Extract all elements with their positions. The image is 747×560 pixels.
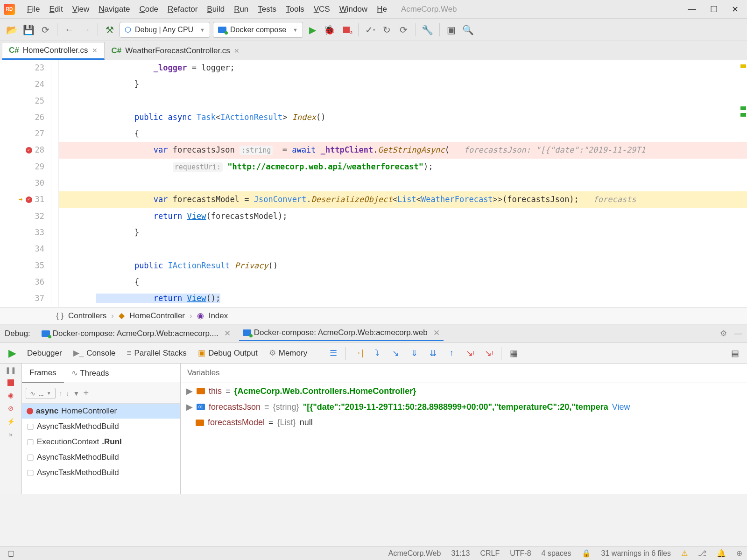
debug-minimize-icon[interactable]: — [734, 329, 742, 338]
notif-icon[interactable]: 🔔 [717, 549, 726, 558]
back-button[interactable]: ← [62, 23, 76, 37]
open-icon[interactable]: 📂 [5, 23, 19, 37]
prev-frame-icon[interactable]: ↑ [59, 390, 63, 397]
threads-tab[interactable]: ∿ Threads [64, 364, 117, 383]
breakpoints-icon[interactable]: ◉ [8, 392, 14, 399]
menu-refactor[interactable]: Refactor [163, 3, 202, 16]
debugger-tab[interactable]: Debugger [22, 349, 67, 358]
branch-icon[interactable]: ⎇ [698, 549, 706, 558]
stop-button[interactable]: 2 [339, 23, 353, 37]
wrench-icon[interactable]: 🔧 [421, 23, 435, 37]
save-icon[interactable]: 💾 [21, 23, 35, 37]
evaluate-icon[interactable]: ▦ [505, 345, 522, 362]
frames-tab[interactable]: Frames [22, 364, 64, 383]
step-into-icon[interactable]: ↘ [387, 345, 404, 362]
debug-settings-icon[interactable]: ⚙ [720, 329, 727, 338]
status-eol[interactable]: CRLF [480, 549, 500, 558]
debug-button[interactable]: 🐞 [323, 23, 337, 37]
breadcrumb[interactable]: { } Controllers › ◆ HomeController › ◉ I… [0, 307, 747, 324]
stop-icon[interactable] [7, 379, 14, 386]
close-tab-icon[interactable]: ✕ [234, 47, 240, 55]
force-icon[interactable]: ⚡ [7, 418, 15, 425]
minimize-button[interactable]: — [688, 4, 696, 14]
menu-window[interactable]: Window [335, 3, 372, 16]
menu-navigate[interactable]: Navigate [94, 3, 134, 16]
readonly-icon[interactable]: 🔒 [582, 549, 591, 558]
debug-label: Debug: [5, 329, 30, 338]
layout-icon[interactable]: ▤ [726, 345, 743, 362]
search-icon[interactable]: 🔍 [461, 23, 475, 37]
target-dropdown[interactable]: Docker compose ▼ [213, 22, 303, 38]
menu-file[interactable]: File [22, 3, 44, 16]
mute-bp-icon[interactable]: ⊘ [8, 405, 14, 412]
more-icon[interactable]: » [9, 431, 13, 438]
resume-button[interactable]: ▶ [4, 345, 21, 362]
stack-frame[interactable]: ▢ AsyncTaskMethodBuild [22, 419, 180, 434]
update-icon[interactable]: ⟳ [397, 23, 411, 37]
run-button[interactable]: ▶ [306, 23, 320, 37]
menu-he[interactable]: He [372, 3, 392, 16]
filter-icon[interactable]: ▼ [73, 390, 80, 397]
stack-frame[interactable]: ▢ AsyncTaskMethodBuild [22, 465, 180, 480]
parallel-stacks-tab[interactable]: ≡Parallel Stacks [122, 349, 191, 358]
variable-row[interactable]: ▶this = {AcmeCorp.Web.Controllers.HomeCo… [181, 383, 747, 399]
debug-session-tab[interactable]: Docker-compose: AcmeCorp.Web:acmecorp...… [38, 326, 234, 341]
stack-frame[interactable]: async HomeController [22, 404, 180, 419]
thread-selector[interactable]: ∿...▼ [26, 388, 56, 399]
forward-button[interactable]: → [79, 23, 93, 37]
next-frame-icon[interactable]: ↓ [66, 390, 70, 397]
stack-frame[interactable]: ▢ AsyncTaskMethodBuild [22, 449, 180, 465]
zoom-icon[interactable]: ⊕ [736, 549, 742, 558]
debug-header: Debug: Docker-compose: AcmeCorp.Web:acme… [0, 324, 747, 343]
menu-tools[interactable]: Tools [281, 3, 309, 16]
step-over-icon[interactable]: ⤵ [368, 345, 385, 362]
menu-run[interactable]: Run [229, 3, 253, 16]
app-logo: RD [4, 4, 15, 15]
skip-icon[interactable]: ↘I [480, 345, 497, 362]
variable-row[interactable]: forecastsModel = {List} null [181, 415, 747, 430]
menu-view[interactable]: View [68, 3, 94, 16]
console-tab[interactable]: ▶_Console [69, 348, 120, 358]
status-indent[interactable]: 4 spaces [542, 549, 571, 558]
refresh-icon[interactable]: ⟳ [38, 23, 52, 37]
stack-frame[interactable]: ▢ ExecutionContext.RunI [22, 434, 180, 449]
inspect-icon[interactable]: ✓▾ [363, 23, 377, 37]
main-toolbar: 📂 💾 ⟳ ← → ⚒ ⬡ Debug | Any CPU ▼ Docker c… [0, 19, 747, 41]
variables-tab[interactable]: Variables [181, 364, 747, 383]
config-dropdown[interactable]: ⬡ Debug | Any CPU ▼ [120, 22, 210, 38]
memory-tab[interactable]: ⚙Memory [264, 348, 312, 358]
panel-toggle-icon[interactable]: ▢ [7, 549, 14, 558]
debug-sidebar: ❚❚ ◉ ⊘ ⚡ » [0, 364, 22, 494]
show-execution-icon[interactable]: →| [350, 345, 366, 362]
status-encoding[interactable]: UTF-8 [510, 549, 531, 558]
smart-step-icon[interactable]: ⇊ [424, 345, 441, 362]
menu-edit[interactable]: Edit [44, 3, 67, 16]
close-button[interactable]: ✕ [732, 4, 739, 14]
debug-output-tab[interactable]: ▣Debug Output [193, 348, 262, 358]
step-out-icon[interactable]: ↑ [443, 345, 460, 362]
menu-vcs[interactable]: VCS [309, 3, 335, 16]
editor-tab[interactable]: C#HomeController.cs✕ [2, 42, 105, 60]
run-to-cursor-icon[interactable]: ↘I [462, 345, 479, 362]
close-tab-icon[interactable]: ✕ [92, 47, 98, 54]
debug-toolbar: ▶ Debugger ▶_Console ≡Parallel Stacks ▣D… [0, 343, 747, 363]
layout-icon[interactable]: ▣ [444, 23, 458, 37]
menu-tests[interactable]: Tests [253, 3, 281, 16]
force-step-into-icon[interactable]: ⇓ [406, 345, 423, 362]
add-icon[interactable]: + [83, 388, 89, 399]
hammer-icon[interactable]: ⚒ [103, 23, 117, 37]
frames-pane: Frames ∿ Threads ∿...▼ ↑ ↓ ▼ + async Hom… [22, 364, 181, 494]
menu-build[interactable]: Build [202, 3, 229, 16]
sync-icon[interactable]: ↻ [380, 23, 394, 37]
status-caret[interactable]: 31:13 [451, 549, 470, 558]
variable-row[interactable]: ▶01forecastsJson = {string} "[{"date":"2… [181, 399, 747, 415]
editor-tab[interactable]: C#WeatherForecastController.cs✕ [105, 42, 247, 60]
warning-icon[interactable]: ⚠ [681, 549, 688, 558]
settings-icon[interactable]: ☰ [325, 345, 342, 362]
code-editor[interactable]: 2324252627✓282930➜✓31323334353637 _logge… [0, 60, 747, 307]
status-warnings[interactable]: 31 warnings in 6 files [601, 549, 671, 558]
pause-icon[interactable]: ❚❚ [5, 366, 16, 374]
maximize-button[interactable]: ☐ [710, 4, 718, 14]
debug-session-tab[interactable]: Docker-compose: AcmeCorp.Web:acmecorp.we… [239, 326, 444, 341]
menu-code[interactable]: Code [134, 3, 163, 16]
